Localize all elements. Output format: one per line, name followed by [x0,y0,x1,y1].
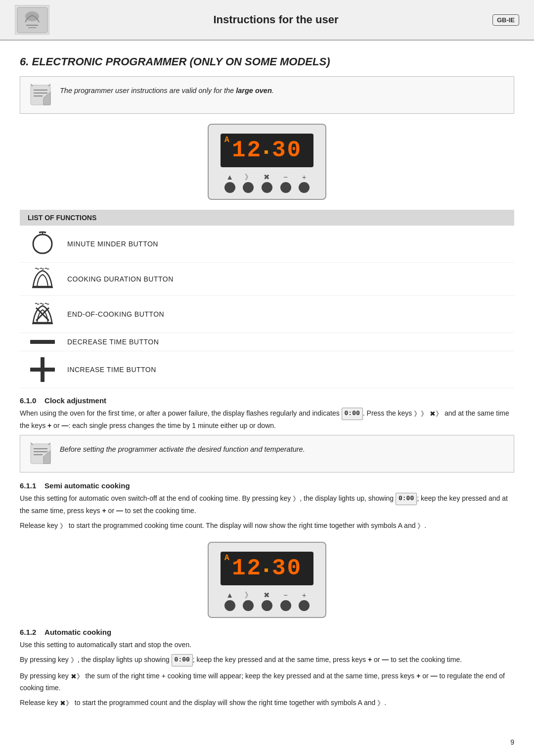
header-badge: GB-IE [492,14,519,26]
header-title: Instructions for the user [59,13,492,26]
btn-minus: − [280,173,291,193]
display-box-1: A 12▪30 ▲ 》 ✖ − [208,124,326,200]
header-logo [15,5,49,35]
svg-point-1 [25,11,39,21]
btn-flame-cross-2: ✖ [262,591,272,611]
increase-icon [28,356,57,383]
function-label-minute-minder: MINUTE MINDER BUTTON [67,240,158,248]
btn-minus-2: − [280,591,291,611]
display-image-2: A 12▪30 ▲ 》 ✖ − [20,542,514,618]
function-label-cooking-duration: COOKING DURATION BUTTON [67,275,174,283]
functions-list: LIST OF FUNCTIONS MINUTE MINDER BUTTON [20,210,514,388]
subsection-612-number: 6.1.2 [20,628,36,636]
function-item-end-cooking: END-OF-COOKING BUTTON [20,296,514,333]
function-item-minute-minder: MINUTE MINDER BUTTON [20,226,514,263]
function-item-decrease: DECREASE TIME BUTTON [20,333,514,351]
subsection-610-title: Clock adjustment [44,396,106,405]
display-image-1: A 12▪30 ▲ 》 ✖ − [20,124,514,200]
svg-rect-18 [41,357,44,382]
function-label-end-cooking: END-OF-COOKING BUTTON [67,310,164,318]
functions-header: LIST OF FUNCTIONS [20,210,514,226]
function-label-increase: INCREASE TIME BUTTON [67,366,156,374]
intro-note-text: The programmer user instructions are val… [60,83,274,96]
btn-plus-2: + [299,591,310,611]
decrease-icon [28,338,57,345]
subsection-611-para2: Release key 》 to start the programmed co… [20,520,514,531]
subsection-612: 6.1.2 Automatic cooking Use this setting… [20,628,514,709]
display-screen-2: A 12▪30 [221,552,313,585]
subsection-612-para4: Release key ✖》 to start the programmed c… [20,697,514,709]
subsection-610-para1: When using the oven for the first time, … [20,408,514,431]
note-box-2-icon [28,441,53,466]
end-cooking-icon [28,301,57,328]
minute-minder-icon [28,231,57,257]
display-buttons-1: ▲ 》 ✖ − + [221,173,313,193]
subsection-610: 6.1.0 Clock adjustment When using the ov… [20,396,514,431]
subsection-611-title: Semi automatic cooking [44,481,130,490]
svg-rect-16 [30,340,55,344]
display-buttons-2: ▲ 》 ✖ − + [221,591,313,611]
btn-plus: + [299,173,310,193]
subsection-611-para1: Use this setting for automatic oven swit… [20,493,514,516]
intro-note-icon [28,83,53,107]
logo-icon [16,6,48,34]
subsection-612-title: Automatic cooking [44,628,111,636]
section-title: ELECTRONIC PROGRAMMER (ONLY ON SOME MODE… [32,55,330,68]
function-label-decrease: DECREASE TIME BUTTON [67,338,159,346]
note-box-2-text: Before setting the programmer activate t… [60,441,305,455]
btn-bell-2: ▲ [224,591,235,611]
btn-flame-small-2: 》 [243,591,254,611]
header: Instructions for the user GB-IE [0,0,534,41]
subsection-611: 6.1.1 Semi automatic cooking Use this se… [20,481,514,532]
function-item-cooking-duration: COOKING DURATION BUTTON [20,263,514,296]
display-box-2: A 12▪30 ▲ 》 ✖ − [208,542,326,618]
page-number: 9 [510,738,514,746]
main-content: 6. ELECTRONIC PROGRAMMER (ONLY ON SOME M… [0,41,534,722]
note-box-2: Before setting the programmer activate t… [20,435,514,472]
cooking-duration-icon [28,268,57,290]
subsection-612-para2: By pressing key 》, the display lights up… [20,654,514,666]
function-item-increase: INCREASE TIME BUTTON [20,351,514,388]
subsection-610-number: 6.1.0 [20,396,36,405]
subsection-612-para3: By pressing key ✖》 the sum of the right … [20,670,514,693]
subsection-611-number: 6.1.1 [20,481,36,490]
subsection-612-para1: Use this setting to automatically start … [20,639,514,650]
intro-note-box: The programmer user instructions are val… [20,76,514,114]
display-screen-1: A 12▪30 [221,134,313,167]
btn-flame-cross: ✖ [262,173,272,193]
section-number: 6. [20,55,29,68]
btn-flame-small: 》 [243,173,254,193]
btn-bell: ▲ [224,173,235,193]
section-heading: 6. ELECTRONIC PROGRAMMER (ONLY ON SOME M… [20,55,514,68]
